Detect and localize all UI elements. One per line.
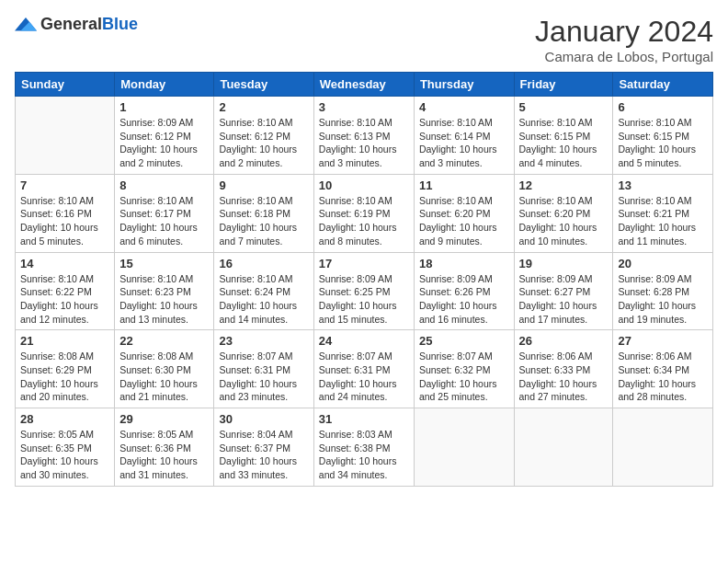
day-number: 23 bbox=[219, 334, 308, 348]
day-info: Sunrise: 8:09 AMSunset: 6:28 PMDaylight:… bbox=[618, 272, 708, 327]
day-number: 26 bbox=[519, 334, 609, 348]
calendar-week-5: 28Sunrise: 8:05 AMSunset: 6:35 PMDayligh… bbox=[16, 408, 713, 487]
day-info: Sunrise: 8:10 AMSunset: 6:15 PMDaylight:… bbox=[519, 116, 609, 170]
calendar-week-3: 14Sunrise: 8:10 AMSunset: 6:22 PMDayligh… bbox=[16, 252, 713, 330]
logo-text: GeneralBlue bbox=[40, 15, 138, 34]
day-info: Sunrise: 8:10 AMSunset: 6:24 PMDaylight:… bbox=[219, 272, 308, 327]
calendar-week-2: 7Sunrise: 8:10 AMSunset: 6:16 PMDaylight… bbox=[16, 174, 713, 252]
calendar-cell: 23Sunrise: 8:07 AMSunset: 6:31 PMDayligh… bbox=[214, 330, 313, 408]
calendar-cell bbox=[16, 97, 115, 175]
title-block: January 2024 Camara de Lobos, Portugal bbox=[535, 15, 713, 64]
day-number: 6 bbox=[618, 100, 708, 114]
logo-general: General bbox=[40, 15, 102, 33]
calendar-cell: 6Sunrise: 8:10 AMSunset: 6:15 PMDaylight… bbox=[613, 97, 713, 175]
calendar-cell: 7Sunrise: 8:10 AMSunset: 6:16 PMDaylight… bbox=[16, 174, 115, 252]
calendar-cell: 3Sunrise: 8:10 AMSunset: 6:13 PMDaylight… bbox=[313, 97, 414, 175]
calendar-cell: 17Sunrise: 8:09 AMSunset: 6:25 PMDayligh… bbox=[313, 252, 414, 330]
day-info: Sunrise: 8:09 AMSunset: 6:26 PMDaylight:… bbox=[419, 272, 509, 327]
col-header-friday: Friday bbox=[514, 73, 613, 97]
calendar-cell: 16Sunrise: 8:10 AMSunset: 6:24 PMDayligh… bbox=[214, 252, 313, 330]
day-number: 16 bbox=[219, 257, 308, 270]
calendar-cell: 28Sunrise: 8:05 AMSunset: 6:35 PMDayligh… bbox=[16, 408, 115, 487]
day-number: 15 bbox=[119, 257, 209, 270]
logo: GeneralBlue bbox=[15, 15, 138, 34]
day-info: Sunrise: 8:05 AMSunset: 6:36 PMDaylight:… bbox=[119, 428, 209, 482]
day-number: 9 bbox=[219, 178, 308, 192]
calendar-cell: 31Sunrise: 8:03 AMSunset: 6:38 PMDayligh… bbox=[313, 408, 414, 487]
calendar-cell: 12Sunrise: 8:10 AMSunset: 6:20 PMDayligh… bbox=[514, 174, 613, 252]
calendar-week-1: 1Sunrise: 8:09 AMSunset: 6:12 PMDaylight… bbox=[16, 97, 713, 175]
day-number: 14 bbox=[20, 257, 109, 270]
calendar-cell: 18Sunrise: 8:09 AMSunset: 6:26 PMDayligh… bbox=[414, 252, 514, 330]
day-info: Sunrise: 8:09 AMSunset: 6:25 PMDaylight:… bbox=[319, 272, 409, 327]
day-number: 12 bbox=[519, 178, 609, 192]
calendar-cell: 29Sunrise: 8:05 AMSunset: 6:36 PMDayligh… bbox=[115, 408, 214, 487]
day-number: 2 bbox=[219, 100, 308, 114]
calendar-cell: 22Sunrise: 8:08 AMSunset: 6:30 PMDayligh… bbox=[115, 330, 214, 408]
day-number: 3 bbox=[319, 100, 409, 114]
calendar-header-row: SundayMondayTuesdayWednesdayThursdayFrid… bbox=[16, 73, 713, 97]
calendar-cell: 24Sunrise: 8:07 AMSunset: 6:31 PMDayligh… bbox=[313, 330, 414, 408]
day-info: Sunrise: 8:08 AMSunset: 6:29 PMDaylight:… bbox=[20, 350, 109, 404]
day-info: Sunrise: 8:10 AMSunset: 6:16 PMDaylight:… bbox=[20, 194, 109, 248]
calendar-cell: 21Sunrise: 8:08 AMSunset: 6:29 PMDayligh… bbox=[16, 330, 115, 408]
day-number: 10 bbox=[319, 178, 409, 192]
day-number: 13 bbox=[618, 178, 708, 192]
day-info: Sunrise: 8:04 AMSunset: 6:37 PMDaylight:… bbox=[219, 428, 308, 482]
day-number: 8 bbox=[119, 178, 209, 192]
calendar-cell bbox=[613, 408, 713, 487]
day-info: Sunrise: 8:10 AMSunset: 6:22 PMDaylight:… bbox=[20, 272, 109, 327]
day-info: Sunrise: 8:08 AMSunset: 6:30 PMDaylight:… bbox=[119, 350, 209, 404]
day-info: Sunrise: 8:09 AMSunset: 6:12 PMDaylight:… bbox=[119, 116, 209, 170]
calendar-cell: 5Sunrise: 8:10 AMSunset: 6:15 PMDaylight… bbox=[514, 97, 613, 175]
calendar-cell: 10Sunrise: 8:10 AMSunset: 6:19 PMDayligh… bbox=[313, 174, 414, 252]
day-info: Sunrise: 8:06 AMSunset: 6:33 PMDaylight:… bbox=[519, 350, 609, 404]
col-header-wednesday: Wednesday bbox=[313, 73, 414, 97]
col-header-saturday: Saturday bbox=[613, 73, 713, 97]
day-info: Sunrise: 8:05 AMSunset: 6:35 PMDaylight:… bbox=[20, 428, 109, 482]
calendar-cell: 1Sunrise: 8:09 AMSunset: 6:12 PMDaylight… bbox=[115, 97, 214, 175]
day-info: Sunrise: 8:10 AMSunset: 6:17 PMDaylight:… bbox=[119, 194, 209, 248]
calendar-cell: 2Sunrise: 8:10 AMSunset: 6:12 PMDaylight… bbox=[214, 97, 313, 175]
calendar-cell bbox=[414, 408, 514, 487]
day-number: 11 bbox=[419, 178, 509, 192]
day-number: 19 bbox=[519, 257, 609, 270]
calendar-cell: 27Sunrise: 8:06 AMSunset: 6:34 PMDayligh… bbox=[613, 330, 713, 408]
calendar-cell: 26Sunrise: 8:06 AMSunset: 6:33 PMDayligh… bbox=[514, 330, 613, 408]
day-number: 30 bbox=[219, 412, 308, 426]
day-number: 31 bbox=[319, 412, 409, 426]
day-number: 20 bbox=[618, 257, 708, 270]
day-number: 18 bbox=[419, 257, 509, 270]
day-info: Sunrise: 8:09 AMSunset: 6:27 PMDaylight:… bbox=[519, 272, 609, 327]
day-info: Sunrise: 8:10 AMSunset: 6:14 PMDaylight:… bbox=[419, 116, 509, 170]
calendar-table: SundayMondayTuesdayWednesdayThursdayFrid… bbox=[15, 72, 713, 487]
col-header-sunday: Sunday bbox=[16, 73, 115, 97]
calendar-cell: 13Sunrise: 8:10 AMSunset: 6:21 PMDayligh… bbox=[613, 174, 713, 252]
calendar-cell: 20Sunrise: 8:09 AMSunset: 6:28 PMDayligh… bbox=[613, 252, 713, 330]
day-number: 28 bbox=[20, 412, 109, 426]
day-number: 21 bbox=[20, 334, 109, 348]
calendar-week-4: 21Sunrise: 8:08 AMSunset: 6:29 PMDayligh… bbox=[16, 330, 713, 408]
day-info: Sunrise: 8:10 AMSunset: 6:20 PMDaylight:… bbox=[519, 194, 609, 248]
location-title: Camara de Lobos, Portugal bbox=[535, 49, 713, 64]
day-number: 7 bbox=[20, 178, 109, 192]
calendar-cell: 11Sunrise: 8:10 AMSunset: 6:20 PMDayligh… bbox=[414, 174, 514, 252]
day-number: 5 bbox=[519, 100, 609, 114]
logo-blue: Blue bbox=[102, 15, 138, 33]
col-header-monday: Monday bbox=[115, 73, 214, 97]
day-info: Sunrise: 8:10 AMSunset: 6:18 PMDaylight:… bbox=[219, 194, 308, 248]
day-info: Sunrise: 8:07 AMSunset: 6:32 PMDaylight:… bbox=[419, 350, 509, 404]
day-info: Sunrise: 8:10 AMSunset: 6:13 PMDaylight:… bbox=[319, 116, 409, 170]
day-info: Sunrise: 8:10 AMSunset: 6:23 PMDaylight:… bbox=[119, 272, 209, 327]
day-info: Sunrise: 8:10 AMSunset: 6:12 PMDaylight:… bbox=[219, 116, 308, 170]
day-number: 22 bbox=[119, 334, 209, 348]
day-info: Sunrise: 8:07 AMSunset: 6:31 PMDaylight:… bbox=[319, 350, 409, 404]
page-header: GeneralBlue January 2024 Camara de Lobos… bbox=[15, 15, 713, 64]
calendar-cell: 30Sunrise: 8:04 AMSunset: 6:37 PMDayligh… bbox=[214, 408, 313, 487]
day-info: Sunrise: 8:10 AMSunset: 6:15 PMDaylight:… bbox=[618, 116, 708, 170]
calendar-cell: 19Sunrise: 8:09 AMSunset: 6:27 PMDayligh… bbox=[514, 252, 613, 330]
calendar-cell: 15Sunrise: 8:10 AMSunset: 6:23 PMDayligh… bbox=[115, 252, 214, 330]
day-number: 27 bbox=[618, 334, 708, 348]
calendar-cell: 25Sunrise: 8:07 AMSunset: 6:32 PMDayligh… bbox=[414, 330, 514, 408]
day-number: 29 bbox=[119, 412, 209, 426]
